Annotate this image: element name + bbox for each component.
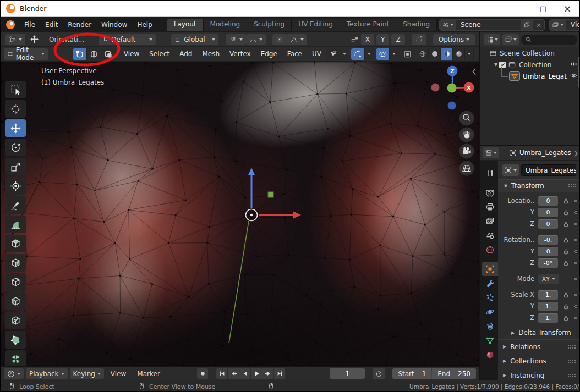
viewport-menu-view[interactable]: View [119, 48, 144, 59]
tool-cursor-button[interactable] [5, 100, 26, 118]
timeline-view-menu[interactable]: View [106, 369, 130, 379]
viewport-canvas[interactable]: Z X [1, 62, 479, 366]
workspace-tab-sculpting[interactable]: Sculpting [247, 19, 292, 31]
workspace-tab-uv-editing[interactable]: UV Editing [292, 19, 340, 31]
mode-dropdown[interactable]: XY [538, 274, 559, 284]
new-scene-button[interactable] [521, 20, 533, 30]
viewport-menu-uv[interactable]: UV [307, 48, 326, 59]
mode-dropdown[interactable]: Edit Mode [4, 48, 48, 60]
outliner-scrollbar[interactable] [578, 57, 580, 87]
cursor-3d[interactable] [246, 209, 258, 221]
tool-spin-button[interactable] [5, 350, 26, 366]
tool-bevel-button[interactable] [5, 273, 26, 291]
prev-keyframe-button[interactable] [228, 368, 239, 379]
proportional-edit-toggle[interactable] [272, 34, 287, 45]
mirror-x-button[interactable]: X [361, 34, 374, 45]
tool-loop-cut-button[interactable] [5, 292, 26, 310]
lock-icon[interactable] [562, 209, 571, 216]
axis-ball-neg-x[interactable] [431, 84, 440, 92]
navigation-gizmo[interactable]: Z X [431, 66, 474, 110]
playback-menu[interactable]: Playback [26, 368, 68, 379]
object-name-input[interactable]: Umbra_Legates [521, 164, 576, 176]
properties-tab-output[interactable] [482, 200, 498, 214]
snap-base-button[interactable] [412, 34, 426, 45]
animate-decorator-dot[interactable] [574, 278, 577, 280]
overlays-dropdown[interactable] [389, 48, 398, 60]
tool-move-button[interactable] [5, 119, 26, 137]
menu-window[interactable]: Window [96, 19, 132, 30]
properties-tab-view-layer[interactable] [482, 214, 498, 228]
select-mode-vertex-button[interactable] [73, 48, 87, 60]
workspace-tab-layout[interactable]: Layout [167, 19, 204, 31]
frame-start-field[interactable]: Start1 [392, 368, 432, 379]
properties-editor-type-button[interactable] [483, 147, 499, 158]
jump-end-button[interactable] [274, 368, 286, 379]
tool-extrude-region-button[interactable] [5, 235, 26, 252]
properties-tab-physics[interactable] [482, 305, 498, 319]
maximize-button[interactable]: ▢ [531, 1, 555, 16]
menu-file[interactable]: File [19, 19, 40, 30]
gizmo-dropdown[interactable] [364, 48, 373, 60]
tool-inset-faces-button[interactable] [5, 254, 26, 272]
minimize-button[interactable]: — [507, 1, 531, 16]
properties-tab-scene[interactable] [482, 228, 498, 242]
view-layer-name[interactable]: View Layer [566, 21, 580, 29]
mirror-y-button[interactable]: Y [376, 34, 389, 45]
object-visibility-eye-icon[interactable] [570, 71, 578, 81]
zoom-button[interactable] [459, 111, 474, 126]
object-id-icon-button[interactable] [502, 164, 519, 176]
lock-icon[interactable] [562, 303, 571, 310]
properties-tab-tool[interactable] [482, 166, 498, 180]
viewport-menu-add[interactable]: Add [174, 48, 197, 59]
select-mode-face-button[interactable] [101, 48, 116, 60]
panel-drag-grip[interactable] [567, 359, 576, 363]
snap-target-dropdown[interactable] [246, 34, 266, 45]
outliner-editor-type-button[interactable] [484, 34, 500, 45]
animate-decorator-dot[interactable] [574, 239, 577, 241]
number-field[interactable]: 0 [538, 219, 558, 229]
animate-decorator-dot[interactable] [574, 200, 577, 202]
scene-name[interactable]: Scene [456, 21, 521, 29]
view-layer-icon[interactable] [550, 20, 566, 30]
object-visibility-icon[interactable] [326, 48, 340, 60]
transform-panel-header[interactable]: ▼ Transform [498, 179, 580, 192]
outliner-row-scene-collection[interactable]: Scene Collection [480, 47, 580, 59]
shading-dropdown[interactable] [465, 48, 474, 60]
breadcrumb-next-arrow[interactable]: ❯ [574, 150, 578, 156]
animate-decorator-dot[interactable] [574, 294, 577, 296]
animate-decorator-dot[interactable] [574, 250, 577, 253]
sidebar-collapse-arrow[interactable] [473, 69, 476, 75]
number-field[interactable]: -0° [538, 258, 558, 268]
shading-wireframe-button[interactable] [417, 48, 429, 60]
unlink-scene-button[interactable]: × [533, 20, 544, 30]
collection-visibility-eye-icon[interactable] [570, 60, 578, 70]
outliner-row-object[interactable]: Umbra_Legat [480, 70, 580, 82]
properties-tab-constraints[interactable] [482, 319, 498, 333]
viewport-menu-face[interactable]: Face [282, 48, 307, 59]
panel-drag-grip[interactable] [568, 184, 576, 188]
properties-tab-object[interactable] [482, 262, 498, 276]
perspective-toggle-button[interactable] [459, 161, 474, 176]
viewport-menu-select[interactable]: Select [144, 48, 174, 59]
current-frame-field[interactable]: 1 [330, 368, 365, 379]
jump-start-button[interactable] [216, 368, 228, 379]
next-keyframe-button[interactable] [262, 368, 274, 379]
keying-menu[interactable]: Keying [70, 368, 104, 379]
number-field[interactable]: 0 [538, 196, 558, 206]
viewport-menu-vertex[interactable]: Vertex [225, 48, 256, 59]
tool-annotate-button[interactable] [5, 196, 26, 214]
panel-instancing[interactable]: ▶Instancing [498, 368, 580, 380]
animate-decorator-dot[interactable] [574, 211, 577, 214]
show-overlays-toggle[interactable] [376, 48, 389, 60]
lock-icon[interactable] [562, 260, 571, 267]
properties-tab-material[interactable] [482, 347, 498, 362]
animate-decorator-dot[interactable] [574, 262, 577, 264]
frame-end-field[interactable]: End250 [432, 368, 476, 379]
show-gizmo-toggle[interactable] [351, 48, 364, 60]
number-field[interactable]: 0 [538, 208, 558, 217]
orientation-dropdown[interactable]: Default [99, 34, 156, 45]
outliner-filter-button[interactable] [502, 34, 519, 45]
outliner-row-collection[interactable]: ▼ Collection [480, 59, 580, 70]
properties-tab-data[interactable] [482, 333, 498, 347]
play-button[interactable] [251, 368, 262, 379]
